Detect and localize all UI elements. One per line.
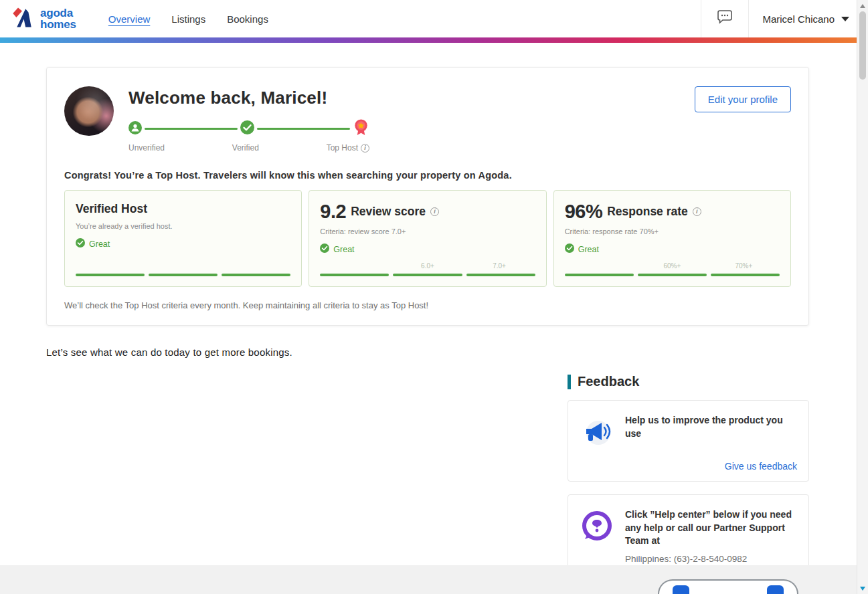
criteria-title: Review score xyxy=(351,205,426,219)
progress-segment xyxy=(711,274,780,276)
check-circle-icon xyxy=(565,243,574,255)
chevron-down-icon xyxy=(841,17,849,21)
progress-segment xyxy=(222,274,290,276)
main-nav: Overview Listings Bookings xyxy=(108,0,268,37)
header: agoda homes Overview Listings Bookings M… xyxy=(0,0,868,37)
criteria-status: Great xyxy=(565,243,780,255)
criteria-title: Verified Host xyxy=(76,202,147,216)
criteria-card-verified-host: Verified Host You’re already a verified … xyxy=(64,190,302,287)
review-score-info-icon[interactable]: i xyxy=(430,207,439,216)
nav-overview[interactable]: Overview xyxy=(108,13,151,25)
floating-help-widget[interactable] xyxy=(658,579,798,594)
step-label-unverified: Unverified xyxy=(128,143,165,153)
criteria-subtitle: Criteria: response rate 70%+ xyxy=(565,227,780,235)
feedback-section: Feedback Help us to improve the product … xyxy=(568,370,809,594)
congrats-message: Congrats! You’re a Top Host. Travelers w… xyxy=(64,170,791,181)
brand-name: agoda homes xyxy=(40,7,76,30)
top-host-info-icon[interactable]: i xyxy=(361,144,369,153)
progress-segment xyxy=(638,274,707,276)
megaphone-icon xyxy=(580,414,614,452)
header-right: Maricel Chicano xyxy=(701,0,868,37)
response-rate-info-icon[interactable]: i xyxy=(693,207,701,216)
avatar[interactable] xyxy=(64,86,114,136)
step-label-top-host: Top Host i xyxy=(327,143,369,153)
progress-segment xyxy=(393,274,462,276)
criteria-subtitle: Criteria: review score 7.0+ xyxy=(320,227,535,235)
content-left-area xyxy=(46,370,568,594)
criteria-status: Great xyxy=(320,243,535,255)
check-circle-icon xyxy=(320,243,329,255)
user-name: Maricel Chicano xyxy=(762,13,835,25)
progress-segment xyxy=(320,274,389,276)
support-phone: Philippines: (63)-2-8-540-0982 xyxy=(625,553,797,566)
help-support-icon xyxy=(580,508,614,566)
scroll-up-arrow-icon[interactable] xyxy=(860,4,865,8)
feedback-card-text: Help us to improve the product you use xyxy=(625,414,797,452)
welcome-card: Welcome back, Maricel! xyxy=(46,67,809,326)
section-prompt: Let’s see what we can do today to get mo… xyxy=(46,346,809,358)
give-feedback-link[interactable]: Give us feedback xyxy=(580,461,797,472)
criteria-progress xyxy=(76,262,290,276)
messages-button[interactable] xyxy=(701,0,749,37)
agoda-logo-icon xyxy=(9,5,35,32)
nav-listings[interactable]: Listings xyxy=(171,13,205,25)
unverified-person-icon xyxy=(128,121,142,137)
scrollbar-thumb[interactable] xyxy=(859,11,866,80)
progress-segment xyxy=(149,274,218,276)
progress-line xyxy=(257,128,350,130)
edit-profile-button[interactable]: Edit your profile xyxy=(695,86,791,112)
brand-gradient-bar xyxy=(0,37,868,43)
page-title: Welcome back, Maricel! xyxy=(128,88,695,108)
agoda-homes-logo[interactable]: agoda homes xyxy=(9,0,83,37)
criteria-card-response-rate: 96% Response rate i Criteria: response r… xyxy=(553,190,791,287)
response-rate-value: 96% xyxy=(565,202,603,221)
progress-segment xyxy=(565,274,634,276)
criteria-progress: 60%+ 70%+ xyxy=(565,262,780,276)
top-host-note: We’ll check the Top Host criteria every … xyxy=(64,300,791,310)
progress-segment xyxy=(466,274,535,276)
criteria-cards: Verified Host You’re already a verified … xyxy=(64,190,791,287)
scroll-down-arrow-icon[interactable] xyxy=(860,587,865,591)
verified-check-icon xyxy=(240,120,254,137)
criteria-status: Great xyxy=(76,238,290,250)
feedback-accent-bar xyxy=(568,375,571,389)
widget-app-icon[interactable] xyxy=(767,585,784,594)
chat-bubble-icon xyxy=(716,9,733,28)
feedback-heading: Feedback xyxy=(578,374,639,389)
page-scrollbar[interactable] xyxy=(857,0,868,594)
top-host-medal-icon xyxy=(353,119,369,138)
main-content: Welcome back, Maricel! xyxy=(46,67,809,594)
criteria-card-review-score: 9.2 Review score i Criteria: review scor… xyxy=(309,190,546,287)
feedback-card-text: Click ”Help center” below if you need an… xyxy=(625,508,797,566)
review-score-value: 9.2 xyxy=(320,202,346,221)
check-circle-icon xyxy=(76,238,85,250)
criteria-progress: 6.0+ 7.0+ xyxy=(320,262,535,276)
host-progress-steps: Unverified Verified Top Host i xyxy=(128,119,369,153)
step-label-verified: Verified xyxy=(232,143,259,153)
feedback-card-product: Help us to improve the product you use G… xyxy=(568,400,809,482)
progress-line xyxy=(145,128,238,130)
criteria-subtitle: You’re already a verified host. xyxy=(76,222,290,230)
widget-app-icon[interactable] xyxy=(673,585,689,594)
criteria-title: Response rate xyxy=(607,205,688,219)
progress-segment xyxy=(76,274,145,276)
user-menu[interactable]: Maricel Chicano xyxy=(749,0,868,37)
nav-bookings[interactable]: Bookings xyxy=(227,13,268,25)
